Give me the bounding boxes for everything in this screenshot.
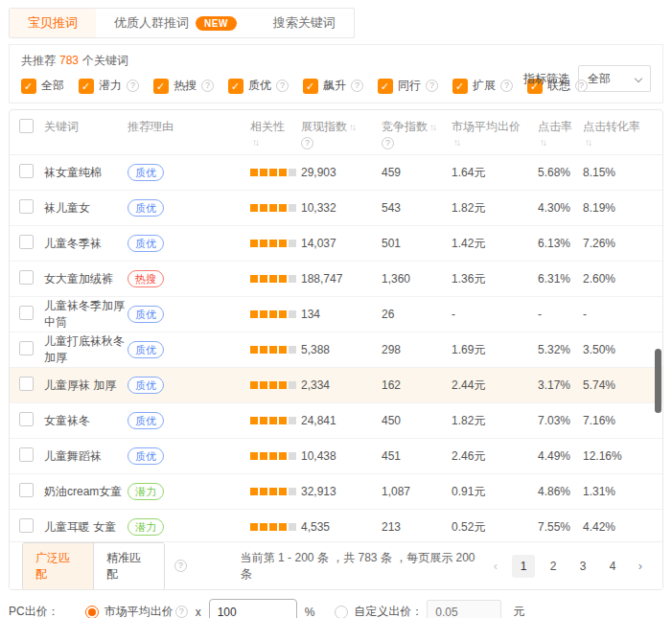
help-icon[interactable] [351,80,363,92]
relevance-square [260,240,267,247]
select-all-checkbox[interactable] [19,119,34,133]
tab-item-recommend[interactable]: 宝贝推词 [10,9,96,37]
filter-option-label: 潜力 [99,78,122,94]
ctr-cell: 4.30% [538,201,583,215]
prev-page-icon[interactable]: ‹ [486,559,505,573]
table-row: 袜女童纯棉 质优 29,903 459 1.64元 5.68% 8.15% [10,155,662,191]
reason-tag: 质优 [127,199,164,217]
sort-icon[interactable] [347,120,355,133]
sort-icon[interactable] [250,135,258,149]
broad-match-button[interactable]: 广泛匹配 [23,543,93,589]
row-checkbox[interactable] [19,447,34,462]
filter-option[interactable]: 潜力 [79,78,139,94]
checked-checkbox-icon[interactable] [79,79,94,94]
custom-price-input[interactable] [427,600,501,618]
relevance-bars [250,343,301,356]
reason-tag: 潜力 [127,483,164,500]
checked-checkbox-icon[interactable] [153,79,169,94]
market-price-label: 市场平均出价 [104,604,174,618]
help-icon[interactable] [382,137,394,149]
checked-checkbox-icon[interactable] [303,79,318,94]
tab-crowd-recommend[interactable]: 优质人群推词 NEW [96,9,255,37]
tab-search-keyword[interactable]: 搜索关键词 [255,9,354,37]
help-icon[interactable] [201,80,214,92]
page-number[interactable]: 4 [601,555,624,578]
row-checkbox[interactable] [19,306,34,320]
relevance-square [289,488,296,495]
market-multiplier-input[interactable] [209,599,297,618]
sort-icon[interactable] [452,135,459,149]
filter-option[interactable]: 同行 [378,78,438,94]
col-label: 点击转化率 [583,120,640,133]
relevance-bars [250,449,301,463]
market-price-radio[interactable] [85,606,99,618]
sort-icon[interactable] [583,135,591,149]
ctr-cell: 4.49% [538,449,583,463]
vertical-scrollbar-thumb[interactable] [655,349,661,413]
filter-option[interactable]: 飙升 [303,78,363,94]
checked-checkbox-icon[interactable] [452,79,468,94]
relevance-bars [250,201,301,215]
avg-price-cell: 1.64元 [452,165,538,181]
pagination-info: 当前第 1 - 200 条 ，共 783 条 ，每页展示 200 条 [241,550,486,583]
help-icon[interactable] [127,80,139,92]
competition-cell: 213 [382,520,452,534]
metric-filter-value: 全部 [588,72,611,85]
filter-option[interactable]: 扩展 [452,78,513,94]
help-icon[interactable] [175,606,188,618]
relevance-square [260,488,267,495]
competition-cell: 1,360 [382,272,452,286]
row-checkbox[interactable] [19,199,34,214]
col-keyword: 关键词 [44,119,127,135]
page-number[interactable]: 1 [512,555,535,578]
help-icon[interactable] [301,137,313,149]
relevance-square [260,346,267,354]
checked-checkbox-icon[interactable] [378,79,393,94]
checked-checkbox-icon[interactable] [21,79,36,94]
sort-icon[interactable] [428,120,435,133]
checked-checkbox-icon[interactable] [228,79,243,94]
metric-filter-select[interactable]: 全部 [578,65,651,92]
reason-tag: 潜力 [127,518,164,536]
row-checkbox[interactable] [19,164,34,178]
percent-symbol: % [305,606,315,618]
filter-option[interactable]: 全部 [21,78,64,94]
row-checkbox[interactable] [19,235,34,249]
sort-icon[interactable] [538,135,545,149]
row-checkbox[interactable] [19,518,34,533]
row-checkbox[interactable] [19,377,34,391]
custom-price-radio[interactable] [335,606,348,618]
row-checkbox[interactable] [19,270,34,285]
relevance-square [279,381,287,389]
relevance-square [250,417,258,424]
exact-match-button[interactable]: 精准匹配 [93,543,164,589]
next-page-icon[interactable]: › [631,559,650,573]
relevance-bars [250,378,301,392]
impressions-cell: 29,903 [301,166,382,179]
relevance-square [250,240,258,247]
row-checkbox[interactable] [19,341,34,355]
col-avg-price: 市场平均出价 [452,119,538,149]
relevance-square [250,169,258,176]
ctr-cell: 6.13% [538,237,583,250]
relevance-square [289,204,296,212]
help-icon[interactable] [426,80,438,92]
avg-price-cell: - [452,308,538,321]
ctr-cell: 7.55% [538,520,583,534]
row-checkbox[interactable] [19,483,34,497]
relevance-square [269,310,277,318]
row-checkbox[interactable] [19,412,34,426]
competition-cell: 1,087 [382,485,452,498]
table-row: 女童袜冬 质优 24,841 450 1.82元 7.03% 7.16% [10,403,662,439]
currency-unit: 元 [513,604,524,618]
col-label: 展现指数 [301,120,347,133]
help-icon[interactable] [500,80,513,92]
help-icon[interactable] [276,80,289,92]
help-icon[interactable] [174,560,187,572]
filter-option[interactable]: 热搜 [153,78,214,94]
page-number[interactable]: 2 [542,555,565,578]
tab-label: 宝贝推词 [28,14,78,32]
page-number[interactable]: 3 [571,555,594,578]
relevance-bars [250,272,301,286]
filter-option[interactable]: 质优 [228,78,289,94]
